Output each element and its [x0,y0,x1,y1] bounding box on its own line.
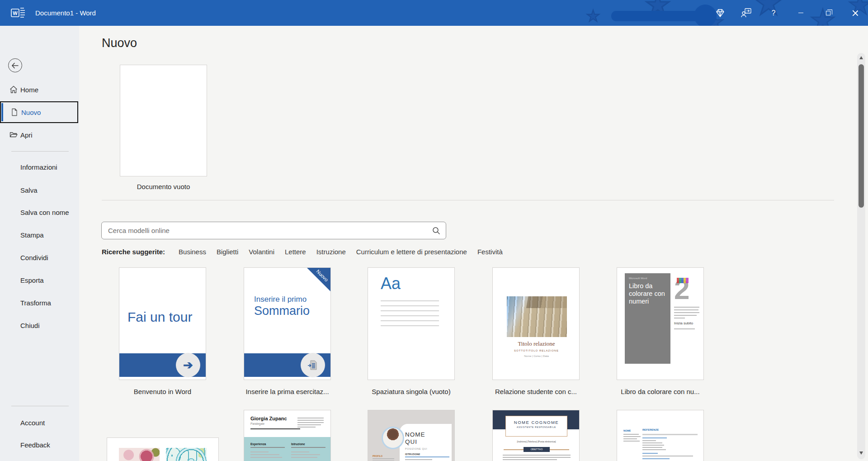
suggested-link-lettere[interactable]: Lettere [285,248,306,256]
sidebar-item-label: Informazioni [20,163,57,171]
suggested-link-curriculum[interactable]: Curriculum e lettere di presentazione [356,248,467,256]
sidebar-item-nuovo-selected[interactable]: Nuovo [0,101,78,123]
new-document-icon [10,108,19,116]
blue-text-bar [642,437,667,438]
text-bar [503,459,557,460]
restore-button[interactable] [818,0,839,26]
template-preview-title: Titolo relazione [493,340,580,347]
text-bar [297,427,316,428]
suggested-link-festivita[interactable]: Festività [477,248,503,256]
sidebar-item-esporta[interactable]: Esporta [0,271,79,289]
suggested-link-volantini[interactable]: Volantini [249,248,274,256]
text-bar [291,454,320,455]
scrollbar-down-arrow[interactable] [859,451,863,455]
new-document-panel: Nuovo Documento vuoto Ricerche suggerite… [79,26,868,461]
suggested-link-business[interactable]: Business [179,248,206,256]
section-rule [250,447,285,448]
minimize-button[interactable] [790,0,811,26]
blank-document-card[interactable] [120,65,207,176]
back-button[interactable] [8,58,22,72]
sidebar-item-informazioni[interactable]: Informazioni [0,158,79,176]
text-bar [674,328,695,329]
text-bar [503,455,571,456]
back-arrow-icon [11,62,19,69]
template-card-relazione[interactable]: Titolo relazione SOTTOTITOLO RELAZIONE N… [492,267,580,380]
close-button[interactable] [844,0,865,26]
sidebar-item-opzioni[interactable]: Opzioni [0,458,79,461]
text-bar [503,457,571,458]
sidebar-item-label: Salva con nome [20,209,69,216]
text-bar [623,441,640,442]
text-bar [405,459,432,460]
resume-rule [250,428,300,429]
floral-panel-pink [119,448,160,461]
suggested-searches-label: Ricerche suggerite: [102,248,165,256]
sidebar-item-apri[interactable]: Apri [0,126,79,144]
text-bar [623,438,637,439]
text-bar [642,447,662,448]
sidebar-item-feedback[interactable]: Feedback [0,436,79,454]
ruled-line [381,300,439,301]
search-input[interactable] [101,222,446,239]
sidebar-item-trasforma[interactable]: Trasforma [0,294,79,312]
sidebar-item-home[interactable]: Home [0,81,79,99]
suggested-link-istruzione[interactable]: Istruzione [316,248,346,256]
search-icon[interactable] [432,227,440,235]
word-backstage-window: W Documento1 - Word ? [0,0,868,461]
text-bar [674,309,698,310]
resume-section: ISTRUZIONE [405,453,420,456]
template-card-nome-cognome[interactable]: NOME COGNOME ASSISTENTE RESPONSABILE [In… [492,410,580,461]
name-box: NOME COGNOME ASSISTENTE RESPONSABILE [505,416,567,437]
suggested-link-biglietti[interactable]: Biglietti [217,248,238,256]
text-bar [291,451,309,452]
sidebar-item-condividi[interactable]: Condividi [0,248,79,266]
minimize-icon [798,13,803,14]
text-bar [642,445,664,446]
sidebar-item-salva[interactable]: Salva [0,181,79,199]
sidebar-item-label: Feedback [20,441,50,449]
sidebar-item-label: Account [20,419,45,427]
template-caption: Spaziatura singola (vuoto) [361,388,462,395]
home-icon [9,86,18,94]
sidebar-divider [11,151,69,152]
vertical-scrollbar-thumb[interactable] [859,64,864,208]
template-preview-title: Aa [381,274,401,293]
help-button[interactable]: ? [763,0,784,26]
text-bar [297,424,321,425]
template-card-spaziatura[interactable]: Aa [368,267,455,380]
template-card-floral[interactable] [107,437,219,461]
gem-icon [715,9,725,18]
resume-role: ASSISTENTE RESPONSABILE [506,426,567,428]
template-preview-title: Libro da colorare con numeri [629,282,666,305]
teal-section: Esperienza Istruzione [244,437,330,461]
template-card-libro-colorare[interactable]: Microsoft Word Libro da colorare con num… [617,267,704,380]
resume-role: Paralegale [250,422,264,425]
title-bar: W Documento1 - Word ? [0,0,868,26]
premium-gem-button[interactable] [710,0,731,26]
resume-name: NOME QUI [405,431,437,446]
template-card-benvenuto[interactable]: Fai un tour ➔ [119,267,206,380]
close-icon [852,10,858,16]
text-bar [674,307,699,308]
profile-heading: PROFILO [373,455,382,457]
selected-accent-bar [1,103,3,121]
sidebar-item-stampa[interactable]: Stampa [0,226,79,244]
sidebar-item-account[interactable]: Account [0,413,79,432]
sidebar-item-label: Stampa [20,231,44,239]
gray-panel: Microsoft Word Libro da colorare con num… [625,273,670,364]
template-card-referenze[interactable]: NOME REFERENZE [617,410,704,461]
sidebar-item-salva-con-nome[interactable]: Salva con nome [0,203,79,221]
template-preview-brand: Microsoft Word [629,277,666,280]
template-card-giorgia-zupanc[interactable]: Giorgia Zupanc Paralegale Esperienza Ist… [244,410,331,461]
sidebar-item-label: Salva [20,186,38,194]
template-card-sommario[interactable]: Inserire il primo Sommario Nuovo [244,267,331,380]
template-card-nome-qui[interactable]: NOME QUI POSIZIONE QUI ISTRUZIONE PROFIL… [368,410,455,461]
page-title: Nuovo [102,36,137,50]
divider-bar [642,434,698,435]
scrollbar-up-arrow[interactable] [859,56,863,59]
open-folder-icon [9,131,18,139]
resume-section-1: Esperienza [250,442,266,446]
sidebar-item-chiudi[interactable]: Chiudi [0,316,79,334]
share-contact-button[interactable] [736,0,757,26]
tour-arrow-button: ➔ [176,353,200,377]
